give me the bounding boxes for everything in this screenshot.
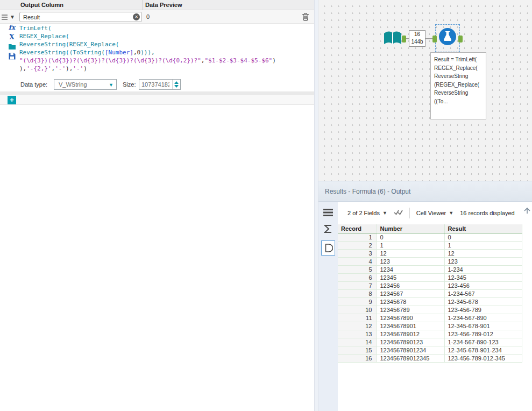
table-row[interactable]: 1112345678901-234-567-890 xyxy=(338,314,522,322)
record-cell: 12 xyxy=(338,322,377,330)
tool-annotation: Result = TrimLeft(REGEX_Replace(ReverseS… xyxy=(430,52,486,119)
table-row[interactable]: 31212 xyxy=(338,250,522,258)
formula-tool[interactable] xyxy=(438,27,457,46)
size-field-wrap xyxy=(139,79,181,90)
apply-check-icon[interactable] xyxy=(394,209,403,217)
data-cell: 12345678901234 xyxy=(377,346,444,355)
flask-icon xyxy=(438,27,457,46)
spinner-down-icon[interactable] xyxy=(174,85,179,88)
add-expression-button[interactable]: + xyxy=(8,96,16,104)
column-header-number[interactable]: Number xyxy=(377,224,444,233)
record-count: 16 xyxy=(409,31,425,38)
table-row[interactable]: 812345671-234-567 xyxy=(338,290,522,298)
expression-row: ▼ ✕ 0 xyxy=(0,10,314,24)
workflow-canvas[interactable]: 16 144b Result = TrimLeft(REGEX_Replace(… xyxy=(318,0,532,181)
trash-icon[interactable] xyxy=(302,12,310,22)
table-row[interactable]: 10123456789123-456-789 xyxy=(338,306,522,314)
record-cell: 2 xyxy=(338,242,377,250)
table-row[interactable]: 512341-234 xyxy=(338,266,522,274)
data-cell: 1-234-567 xyxy=(444,290,522,298)
records-view-icon[interactable] xyxy=(322,206,335,219)
insert-variable-icon[interactable]: X xyxy=(8,33,16,41)
data-cell: 12345 xyxy=(377,274,444,282)
data-cell: 123456789012 xyxy=(377,330,444,338)
table-row[interactable]: 121234567890112-345-678-901 xyxy=(338,322,522,330)
data-cell: 1234567 xyxy=(377,290,444,298)
table-row[interactable]: 61234512-345 xyxy=(338,274,522,282)
chevron-down-icon: ▼ xyxy=(449,210,453,216)
table-row[interactable]: 1412345678901231-234-567-890-123 xyxy=(338,338,522,346)
table-row[interactable]: 13123456789012123-456-789-012 xyxy=(338,330,522,338)
drag-handle-icon[interactable] xyxy=(2,15,8,21)
expression-grid-header: Output Column Data Preview xyxy=(0,0,314,10)
data-cell: 123 xyxy=(377,258,444,266)
data-cell: 123 xyxy=(444,258,522,266)
data-cell: 123456789012345 xyxy=(377,355,444,363)
record-cell: 3 xyxy=(338,250,377,258)
results-table: RecordNumberResult 100211312124123123512… xyxy=(338,224,522,363)
output-anchor[interactable] xyxy=(402,36,406,42)
data-cell: 12345678 xyxy=(377,298,444,306)
record-cell: 14 xyxy=(338,338,377,346)
chevron-down-icon[interactable]: ▼ xyxy=(10,14,15,20)
table-row[interactable]: 16123456789012345123-456-789-012-345 xyxy=(338,355,522,363)
text-input-tool[interactable] xyxy=(383,30,402,48)
data-cell: 1-234-567-890 xyxy=(444,314,522,322)
chevron-down-icon: ▼ xyxy=(382,210,387,216)
panel-splitter[interactable] xyxy=(314,0,318,411)
fields-dropdown-label: 2 of 2 Fields xyxy=(347,210,380,216)
records-displayed-label: 16 records displayed xyxy=(460,210,515,216)
chevron-up-icon[interactable] xyxy=(523,206,531,216)
column-divider xyxy=(142,0,143,10)
data-cell: 1 xyxy=(444,242,522,250)
metadata-view-icon[interactable] xyxy=(322,222,335,235)
output-column-header: Output Column xyxy=(20,2,63,8)
save-icon[interactable] xyxy=(8,53,16,61)
code-line: TrimLeft( xyxy=(19,24,310,32)
input-anchor[interactable] xyxy=(432,36,437,42)
alteryx-designer: Output Column Data Preview ▼ ✕ 0 fx X xyxy=(0,0,532,411)
output-anchor[interactable] xyxy=(458,36,463,42)
data-cell: 1234567890123 xyxy=(377,338,444,346)
data-cell: 123-456-789-012 xyxy=(444,330,522,338)
record-cell: 9 xyxy=(338,298,377,306)
table-row[interactable]: 4123123 xyxy=(338,258,522,266)
table-row[interactable]: 7123456123-456 xyxy=(338,282,522,290)
open-folder-icon[interactable] xyxy=(8,43,16,51)
data-type-label: Data type: xyxy=(20,81,47,88)
table-row[interactable]: 91234567812-345-678 xyxy=(338,298,522,306)
data-cell: 1234 xyxy=(377,266,444,274)
book-icon xyxy=(383,30,402,48)
column-header-record[interactable]: Record xyxy=(338,224,377,233)
clear-input-icon[interactable]: ✕ xyxy=(133,13,140,20)
output-column-input[interactable] xyxy=(19,12,142,22)
record-cell: 5 xyxy=(338,266,377,274)
record-cell: 4 xyxy=(338,258,377,266)
data-cell: 12 xyxy=(377,250,444,258)
table-row[interactable]: 211 xyxy=(338,242,522,250)
results-title: Results - Formula (6) - Output xyxy=(318,181,532,202)
data-cell: 123456 xyxy=(377,282,444,290)
cell-viewer-dropdown[interactable]: Cell Viewer ▼ xyxy=(416,210,453,216)
data-type-dropdown[interactable]: V_WString ▼ xyxy=(54,79,117,90)
size-input[interactable] xyxy=(139,80,172,89)
column-header-result[interactable]: Result xyxy=(444,224,522,233)
code-line: ReverseString(REGEX_Replace( xyxy=(19,40,310,48)
connection-size-label: 16 144b xyxy=(409,30,425,47)
data-cell: 1-234-567-890-123 xyxy=(444,338,522,346)
data-cell: 123-456-789-012-345 xyxy=(444,355,522,363)
output-anchor-view-icon[interactable] xyxy=(321,240,335,256)
data-cell: 12-345 xyxy=(444,274,522,282)
data-cell: 123456789 xyxy=(377,306,444,314)
data-cell: 1-234 xyxy=(444,266,522,274)
formula-expression-editor[interactable]: TrimLeft(REGEX_Replace(ReverseString(REG… xyxy=(19,24,310,73)
table-row[interactable]: 151234567890123412-345-678-901-234 xyxy=(338,346,522,355)
insert-function-icon[interactable]: fx xyxy=(8,24,16,32)
formula-editor-toolbar: fx X xyxy=(8,24,17,62)
fields-dropdown[interactable]: 2 of 2 Fields ▼ xyxy=(347,210,387,216)
spinner-up-icon[interactable] xyxy=(174,81,179,84)
table-row[interactable]: 100 xyxy=(338,233,522,242)
code-line: "(\d{3})(\d{3})?(\d{3})?(\d{3})?(\d{3})?… xyxy=(19,56,310,65)
size-spinner xyxy=(172,80,180,89)
record-cell: 13 xyxy=(338,330,377,338)
